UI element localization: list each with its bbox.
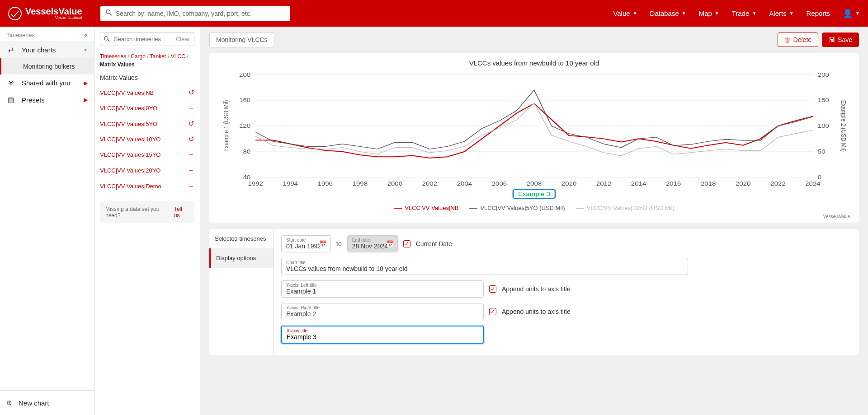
breadcrumb-current: Matrix Values: [94, 61, 200, 68]
timeseries-sidebar: Clear Timeseries / Cargo / Tanker / VLCC…: [94, 27, 200, 415]
chevron-down-icon: ▼: [83, 47, 88, 52]
chart-title-field[interactable]: Chart title VLCCs values from newbuild t…: [281, 258, 688, 275]
timeseries-item[interactable]: VLCC|VV Values|Demo＋: [94, 178, 200, 194]
section-title: Matrix Values: [94, 68, 200, 85]
x-axis-title-input[interactable]: [287, 333, 478, 340]
end-date-field: End date 28 Nov 2024 📅: [347, 235, 398, 252]
clear-search-button[interactable]: Clear: [176, 36, 190, 42]
legend-item[interactable]: VLCC|VV Values|10YO (USD Mil): [576, 205, 675, 211]
tab-selected-timeseries[interactable]: Selected timeseries: [209, 229, 274, 248]
plus-icon[interactable]: ＋: [188, 150, 194, 159]
current-date-checkbox[interactable]: ✓: [403, 240, 410, 247]
svg-text:Example 1 (USD Mil): Example 1 (USD Mil): [222, 100, 230, 152]
timeseries-item[interactable]: VLCC|VV Values|NB↺: [94, 85, 200, 100]
append-units-right-checkbox[interactable]: ✓: [489, 308, 496, 315]
chart-attribution: VesselsValue: [218, 214, 850, 219]
chevron-down-icon: ▼: [789, 11, 794, 16]
undo-icon[interactable]: ↺: [189, 120, 194, 128]
y-left-title-field[interactable]: Y-axis: Left title Example 1: [281, 280, 484, 298]
collapse-sidebar-icon[interactable]: «: [84, 31, 88, 38]
y-right-title-field[interactable]: Y-axis: Right title Example 2: [281, 303, 484, 320]
svg-line-3: [108, 40, 109, 42]
brand-icon: [8, 7, 22, 20]
trash-icon: 🗑: [784, 36, 791, 43]
timeseries-item[interactable]: VLCC|VV Values|15YO＋: [94, 147, 200, 163]
chart-name-input[interactable]: Monitoring VLCCs: [209, 32, 274, 47]
user-icon: 👤: [843, 9, 853, 19]
timeseries-item[interactable]: VLCC|VV Values|5YO↺: [94, 116, 200, 131]
svg-text:2000: 2000: [387, 181, 403, 187]
breadcrumb-link[interactable]: Cargo: [131, 53, 146, 60]
tell-us-link[interactable]: Tell us: [174, 206, 189, 219]
legend-item[interactable]: VLCC|VV Values|NB: [394, 205, 458, 211]
brand-logo[interactable]: VesselsValue Veson Nautical: [8, 7, 82, 20]
sidebar-item-shared[interactable]: 👁 Shared with you ▶: [0, 75, 94, 91]
save-button[interactable]: 🖫Save: [822, 33, 859, 47]
timeseries-item[interactable]: VLCC|VV Values|10YO↺: [94, 131, 200, 147]
timeseries-label: VLCC|VV Values|Demo: [100, 183, 161, 190]
svg-text:50: 50: [818, 149, 826, 155]
append-units-left-checkbox[interactable]: ✓: [489, 285, 496, 293]
legend-swatch: [469, 208, 477, 209]
svg-text:Example 2 (USD Mil): Example 2 (USD Mil): [840, 100, 847, 152]
svg-text:2016: 2016: [666, 181, 681, 187]
nav-map[interactable]: Map▼: [699, 9, 719, 17]
chart-legend: VLCC|VV Values|NBVLCC|VV Values|5YO (USD…: [218, 202, 850, 214]
svg-line-1: [109, 14, 111, 15]
global-search[interactable]: [100, 6, 290, 21]
breadcrumb-link[interactable]: Tanker: [150, 53, 166, 60]
global-search-input[interactable]: [116, 10, 285, 17]
brand-title: VesselsValue: [25, 7, 82, 16]
sidebar-sub-monitoring-bulkers[interactable]: Monitoring bulkers: [0, 58, 94, 75]
x-axis-title-field[interactable]: X-axis title: [281, 326, 484, 344]
svg-text:200: 200: [239, 72, 251, 78]
main-content: Monitoring VLCCs 🗑Delete 🖫Save VLCCs val…: [200, 27, 868, 415]
breadcrumb-link[interactable]: VLCC: [171, 53, 185, 60]
current-date-label: Current Date: [416, 240, 452, 247]
plus-icon[interactable]: ＋: [188, 104, 194, 112]
svg-point-0: [106, 10, 110, 14]
nav-database[interactable]: Database▼: [650, 9, 686, 17]
tab-display-options[interactable]: Display options: [209, 248, 274, 268]
timeseries-label: VLCC|VV Values|0YO: [100, 105, 157, 112]
svg-text:2002: 2002: [422, 181, 437, 187]
save-icon: 🖫: [829, 36, 835, 43]
svg-text:2014: 2014: [631, 181, 646, 187]
svg-text:120: 120: [239, 123, 251, 129]
svg-text:1996: 1996: [318, 181, 333, 187]
nav-trade[interactable]: Trade▼: [732, 9, 757, 17]
timeseries-label: VLCC|VV Values|15YO: [100, 151, 160, 158]
undo-icon[interactable]: ↺: [189, 89, 194, 97]
delete-button[interactable]: 🗑Delete: [778, 33, 818, 47]
svg-text:2020: 2020: [736, 181, 751, 187]
plus-icon[interactable]: ＋: [188, 182, 194, 191]
nav-reports[interactable]: Reports: [807, 9, 830, 17]
svg-point-2: [104, 37, 108, 40]
svg-text:2018: 2018: [701, 181, 716, 187]
sidebar-item-your-charts[interactable]: ⇄Your charts ▼: [0, 41, 94, 58]
undo-icon[interactable]: ↺: [189, 135, 194, 143]
svg-text:160: 160: [239, 98, 251, 103]
nav-alerts[interactable]: Alerts▼: [769, 9, 793, 17]
timeseries-item[interactable]: VLCC|VV Values|0YO＋: [94, 100, 200, 116]
svg-text:2024: 2024: [805, 181, 821, 187]
timeseries-label: VLCC|VV Values|5YO: [100, 121, 157, 127]
breadcrumb: Timeseries / Cargo / Tanker / VLCC /: [94, 51, 200, 61]
sidebar-label: Presets: [22, 96, 45, 104]
user-menu[interactable]: 👤▼: [843, 9, 860, 19]
start-date-field[interactable]: Start date 01 Jan 1992 📅: [281, 235, 331, 252]
timeseries-item[interactable]: VLCC|VV Values|20YO＋: [94, 163, 200, 178]
breadcrumb-link[interactable]: Timeseries: [100, 53, 126, 60]
brand-subtitle: Veson Nautical: [25, 16, 82, 20]
nav-value[interactable]: Value▼: [613, 9, 637, 17]
plus-icon[interactable]: ＋: [188, 166, 194, 175]
new-chart-button[interactable]: ⊕ New chart: [0, 390, 94, 415]
svg-text:2008: 2008: [527, 181, 542, 187]
svg-text:2010: 2010: [561, 181, 577, 187]
svg-text:Example 3: Example 3: [518, 191, 550, 197]
sidebar-item-presets[interactable]: ▤ Presets ▶: [0, 91, 94, 108]
legend-item[interactable]: VLCC|VV Values|5YO (USD Mil): [469, 205, 565, 211]
sidebar-label: Your charts: [22, 46, 56, 54]
timeseries-label: VLCC|VV Values|10YO: [100, 136, 160, 143]
chart-plot[interactable]: 4080120160200050100150200199219941996199…: [218, 70, 850, 201]
